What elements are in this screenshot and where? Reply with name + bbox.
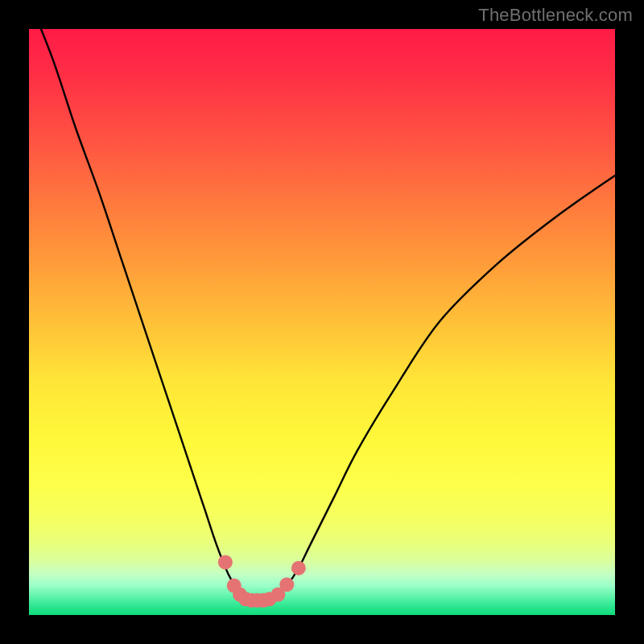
highlight-dots [218,555,306,607]
plot-area [29,29,615,615]
highlight-dot [291,561,306,576]
marker-layer [29,29,615,615]
highlight-dot [218,555,233,569]
watermark-text: TheBottleneck.com [478,5,633,26]
chart-frame: TheBottleneck.com [0,0,644,644]
highlight-dot [279,577,294,592]
